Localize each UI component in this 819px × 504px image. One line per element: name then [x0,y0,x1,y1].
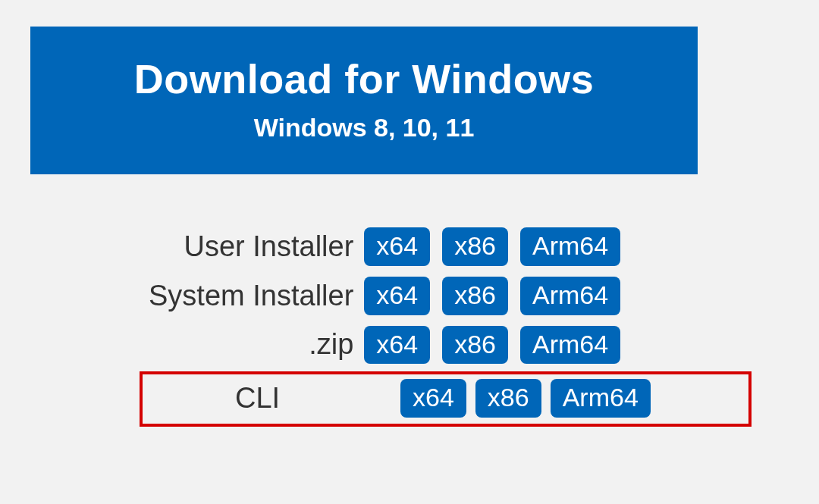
hero-subtitle: Windows 8, 10, 11 [30,113,698,142]
table-row: User Installer x64 x86 Arm64 [144,224,626,269]
table-row: .zip x64 x86 Arm64 [144,323,626,368]
arch-button-x64[interactable]: x64 [400,379,466,418]
row-label: User Installer [144,224,358,269]
hero-title: Download for Windows [30,55,698,102]
row-label: System Installer [144,274,358,318]
arch-button-arm64[interactable]: Arm64 [520,277,620,315]
table-row-highlighted: CLI x64 x86 Arm64 [140,371,752,427]
arch-button-x64[interactable]: x64 [364,227,430,266]
arch-button-arm64[interactable]: Arm64 [520,326,620,365]
arch-button-arm64[interactable]: Arm64 [551,379,651,418]
table-row: System Installer x64 x86 Arm64 [144,274,626,318]
row-label: CLI [144,382,399,415]
arch-button-x86[interactable]: x86 [475,379,541,418]
arch-button-x86[interactable]: x86 [442,326,508,365]
arch-button-arm64[interactable]: Arm64 [520,227,620,266]
arch-button-x64[interactable]: x64 [364,326,430,365]
arch-button-x86[interactable]: x86 [442,277,508,315]
download-hero[interactable]: Download for Windows Windows 8, 10, 11 [30,27,698,174]
row-label: .zip [144,323,358,368]
arch-button-x64[interactable]: x64 [364,277,430,315]
arch-button-x86[interactable]: x86 [442,227,508,266]
downloads-table: User Installer x64 x86 Arm64 System Inst… [144,220,626,371]
